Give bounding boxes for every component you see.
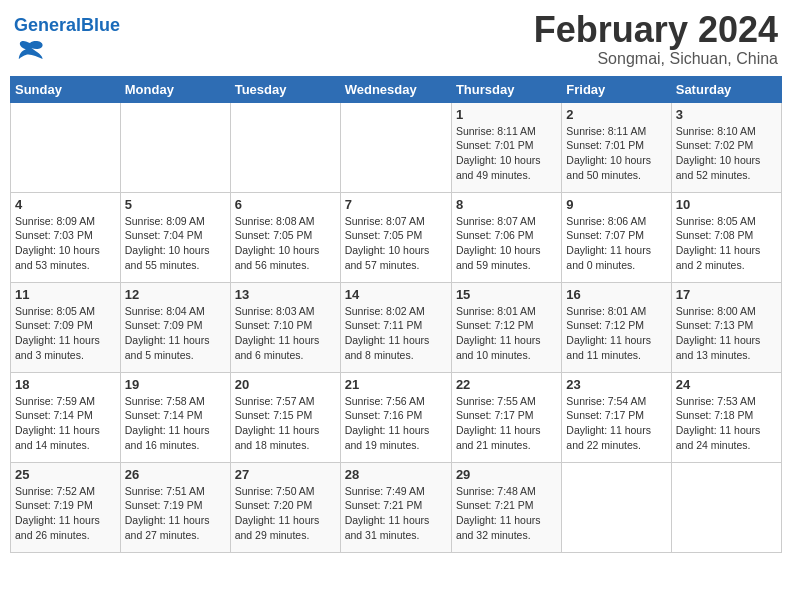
day-info: Sunrise: 8:11 AM Sunset: 7:01 PM Dayligh… (456, 124, 557, 183)
day-number: 24 (676, 377, 777, 392)
weekday-header-thursday: Thursday (451, 76, 561, 102)
calendar-cell: 5Sunrise: 8:09 AM Sunset: 7:04 PM Daylig… (120, 192, 230, 282)
day-number: 8 (456, 197, 557, 212)
month-year-title: February 2024 (534, 10, 778, 50)
logo-general: General (14, 15, 81, 35)
day-number: 16 (566, 287, 666, 302)
day-info: Sunrise: 7:58 AM Sunset: 7:14 PM Dayligh… (125, 394, 226, 453)
day-info: Sunrise: 8:07 AM Sunset: 7:06 PM Dayligh… (456, 214, 557, 273)
day-number: 18 (15, 377, 116, 392)
calendar-cell: 22Sunrise: 7:55 AM Sunset: 7:17 PM Dayli… (451, 372, 561, 462)
day-info: Sunrise: 8:05 AM Sunset: 7:08 PM Dayligh… (676, 214, 777, 273)
calendar-week-row: 25Sunrise: 7:52 AM Sunset: 7:19 PM Dayli… (11, 462, 782, 552)
day-number: 17 (676, 287, 777, 302)
day-info: Sunrise: 7:57 AM Sunset: 7:15 PM Dayligh… (235, 394, 336, 453)
day-info: Sunrise: 7:54 AM Sunset: 7:17 PM Dayligh… (566, 394, 666, 453)
calendar-cell: 1Sunrise: 8:11 AM Sunset: 7:01 PM Daylig… (451, 102, 561, 192)
weekday-header-monday: Monday (120, 76, 230, 102)
calendar-table: SundayMondayTuesdayWednesdayThursdayFrid… (10, 76, 782, 553)
day-info: Sunrise: 8:06 AM Sunset: 7:07 PM Dayligh… (566, 214, 666, 273)
weekday-header-saturday: Saturday (671, 76, 781, 102)
calendar-cell: 12Sunrise: 8:04 AM Sunset: 7:09 PM Dayli… (120, 282, 230, 372)
calendar-week-row: 1Sunrise: 8:11 AM Sunset: 7:01 PM Daylig… (11, 102, 782, 192)
day-info: Sunrise: 7:56 AM Sunset: 7:16 PM Dayligh… (345, 394, 447, 453)
day-info: Sunrise: 8:03 AM Sunset: 7:10 PM Dayligh… (235, 304, 336, 363)
day-info: Sunrise: 7:51 AM Sunset: 7:19 PM Dayligh… (125, 484, 226, 543)
calendar-cell: 3Sunrise: 8:10 AM Sunset: 7:02 PM Daylig… (671, 102, 781, 192)
calendar-cell: 17Sunrise: 8:00 AM Sunset: 7:13 PM Dayli… (671, 282, 781, 372)
day-number: 7 (345, 197, 447, 212)
day-info: Sunrise: 8:09 AM Sunset: 7:03 PM Dayligh… (15, 214, 116, 273)
day-info: Sunrise: 8:05 AM Sunset: 7:09 PM Dayligh… (15, 304, 116, 363)
day-info: Sunrise: 8:04 AM Sunset: 7:09 PM Dayligh… (125, 304, 226, 363)
calendar-cell (671, 462, 781, 552)
calendar-cell: 15Sunrise: 8:01 AM Sunset: 7:12 PM Dayli… (451, 282, 561, 372)
weekday-header-row: SundayMondayTuesdayWednesdayThursdayFrid… (11, 76, 782, 102)
day-info: Sunrise: 7:50 AM Sunset: 7:20 PM Dayligh… (235, 484, 336, 543)
day-number: 19 (125, 377, 226, 392)
calendar-cell: 8Sunrise: 8:07 AM Sunset: 7:06 PM Daylig… (451, 192, 561, 282)
day-number: 4 (15, 197, 116, 212)
calendar-cell: 10Sunrise: 8:05 AM Sunset: 7:08 PM Dayli… (671, 192, 781, 282)
calendar-cell (230, 102, 340, 192)
weekday-header-friday: Friday (562, 76, 671, 102)
calendar-cell: 25Sunrise: 7:52 AM Sunset: 7:19 PM Dayli… (11, 462, 121, 552)
day-number: 14 (345, 287, 447, 302)
calendar-week-row: 4Sunrise: 8:09 AM Sunset: 7:03 PM Daylig… (11, 192, 782, 282)
logo: GeneralBlue (14, 16, 120, 68)
day-number: 1 (456, 107, 557, 122)
day-number: 5 (125, 197, 226, 212)
calendar-cell (340, 102, 451, 192)
calendar-cell: 26Sunrise: 7:51 AM Sunset: 7:19 PM Dayli… (120, 462, 230, 552)
header: GeneralBlue February 2024 Songmai, Sichu… (10, 10, 782, 68)
weekday-header-tuesday: Tuesday (230, 76, 340, 102)
day-number: 25 (15, 467, 116, 482)
day-info: Sunrise: 7:52 AM Sunset: 7:19 PM Dayligh… (15, 484, 116, 543)
day-info: Sunrise: 8:02 AM Sunset: 7:11 PM Dayligh… (345, 304, 447, 363)
day-number: 20 (235, 377, 336, 392)
day-info: Sunrise: 8:08 AM Sunset: 7:05 PM Dayligh… (235, 214, 336, 273)
day-number: 10 (676, 197, 777, 212)
calendar-cell: 4Sunrise: 8:09 AM Sunset: 7:03 PM Daylig… (11, 192, 121, 282)
calendar-cell: 7Sunrise: 8:07 AM Sunset: 7:05 PM Daylig… (340, 192, 451, 282)
location-subtitle: Songmai, Sichuan, China (534, 50, 778, 68)
day-info: Sunrise: 8:10 AM Sunset: 7:02 PM Dayligh… (676, 124, 777, 183)
day-number: 28 (345, 467, 447, 482)
calendar-cell: 13Sunrise: 8:03 AM Sunset: 7:10 PM Dayli… (230, 282, 340, 372)
day-number: 12 (125, 287, 226, 302)
day-info: Sunrise: 8:01 AM Sunset: 7:12 PM Dayligh… (566, 304, 666, 363)
calendar-week-row: 18Sunrise: 7:59 AM Sunset: 7:14 PM Dayli… (11, 372, 782, 462)
day-number: 26 (125, 467, 226, 482)
day-number: 6 (235, 197, 336, 212)
calendar-cell: 6Sunrise: 8:08 AM Sunset: 7:05 PM Daylig… (230, 192, 340, 282)
day-number: 22 (456, 377, 557, 392)
calendar-cell: 9Sunrise: 8:06 AM Sunset: 7:07 PM Daylig… (562, 192, 671, 282)
day-info: Sunrise: 7:49 AM Sunset: 7:21 PM Dayligh… (345, 484, 447, 543)
calendar-cell: 24Sunrise: 7:53 AM Sunset: 7:18 PM Dayli… (671, 372, 781, 462)
day-info: Sunrise: 8:11 AM Sunset: 7:01 PM Dayligh… (566, 124, 666, 183)
calendar-cell (120, 102, 230, 192)
calendar-cell: 21Sunrise: 7:56 AM Sunset: 7:16 PM Dayli… (340, 372, 451, 462)
day-info: Sunrise: 7:59 AM Sunset: 7:14 PM Dayligh… (15, 394, 116, 453)
calendar-week-row: 11Sunrise: 8:05 AM Sunset: 7:09 PM Dayli… (11, 282, 782, 372)
day-info: Sunrise: 7:48 AM Sunset: 7:21 PM Dayligh… (456, 484, 557, 543)
day-info: Sunrise: 8:07 AM Sunset: 7:05 PM Dayligh… (345, 214, 447, 273)
calendar-cell: 2Sunrise: 8:11 AM Sunset: 7:01 PM Daylig… (562, 102, 671, 192)
weekday-header-sunday: Sunday (11, 76, 121, 102)
day-info: Sunrise: 8:01 AM Sunset: 7:12 PM Dayligh… (456, 304, 557, 363)
calendar-cell: 11Sunrise: 8:05 AM Sunset: 7:09 PM Dayli… (11, 282, 121, 372)
calendar-cell: 23Sunrise: 7:54 AM Sunset: 7:17 PM Dayli… (562, 372, 671, 462)
logo-blue: Blue (81, 15, 120, 35)
day-number: 9 (566, 197, 666, 212)
calendar-cell: 28Sunrise: 7:49 AM Sunset: 7:21 PM Dayli… (340, 462, 451, 552)
day-number: 29 (456, 467, 557, 482)
calendar-cell: 19Sunrise: 7:58 AM Sunset: 7:14 PM Dayli… (120, 372, 230, 462)
title-block: February 2024 Songmai, Sichuan, China (534, 10, 778, 68)
calendar-cell (11, 102, 121, 192)
day-info: Sunrise: 7:53 AM Sunset: 7:18 PM Dayligh… (676, 394, 777, 453)
calendar-cell: 20Sunrise: 7:57 AM Sunset: 7:15 PM Dayli… (230, 372, 340, 462)
calendar-cell: 14Sunrise: 8:02 AM Sunset: 7:11 PM Dayli… (340, 282, 451, 372)
calendar-cell: 27Sunrise: 7:50 AM Sunset: 7:20 PM Dayli… (230, 462, 340, 552)
day-number: 13 (235, 287, 336, 302)
day-info: Sunrise: 8:09 AM Sunset: 7:04 PM Dayligh… (125, 214, 226, 273)
